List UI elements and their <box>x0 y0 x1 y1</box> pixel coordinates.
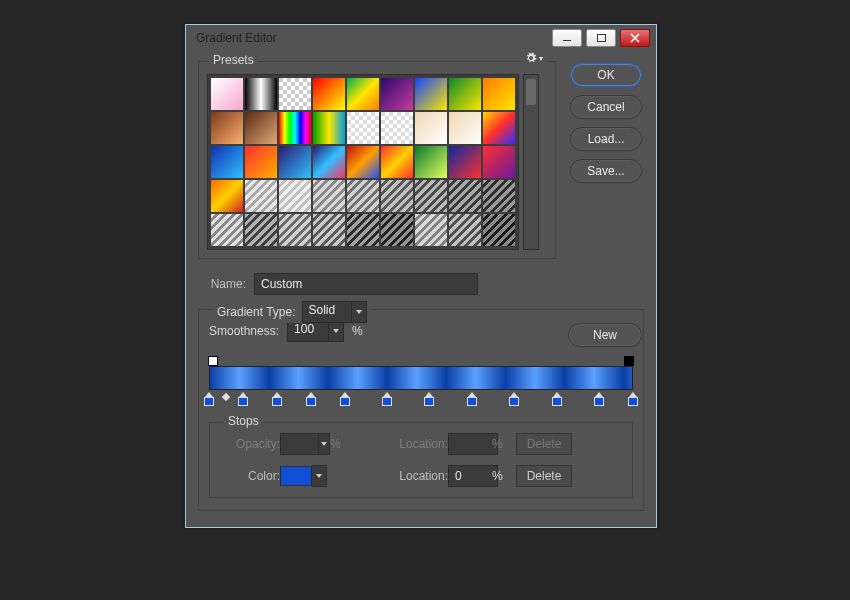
stops-label: Stops <box>224 414 263 428</box>
color-stop[interactable] <box>238 392 248 406</box>
preset-swatch[interactable] <box>279 180 311 212</box>
preset-swatch[interactable] <box>483 214 515 246</box>
close-icon <box>630 33 640 43</box>
ok-button[interactable]: OK <box>570 63 642 87</box>
dialog-title: Gradient Editor <box>196 31 552 45</box>
preset-swatch[interactable] <box>483 78 515 110</box>
chevron-down-icon <box>352 301 367 323</box>
preset-swatch[interactable] <box>313 180 345 212</box>
preset-swatch[interactable] <box>347 78 379 110</box>
load-button[interactable]: Load... <box>570 127 642 151</box>
preset-swatch[interactable] <box>313 214 345 246</box>
preset-swatch[interactable] <box>211 180 243 212</box>
smoothness-input[interactable]: 100 <box>287 320 344 342</box>
color-stop[interactable] <box>382 392 392 406</box>
preset-swatch[interactable] <box>483 180 515 212</box>
preset-swatch[interactable] <box>347 180 379 212</box>
preset-swatch[interactable] <box>381 214 413 246</box>
preset-swatch[interactable] <box>381 112 413 144</box>
preset-swatch[interactable] <box>347 214 379 246</box>
preset-swatch[interactable] <box>381 180 413 212</box>
presets-scrollbar[interactable] <box>523 74 539 250</box>
color-stop[interactable] <box>306 392 316 406</box>
preset-swatch[interactable] <box>211 214 243 246</box>
presets-grid[interactable] <box>207 74 519 250</box>
preset-swatch[interactable] <box>449 180 481 212</box>
preset-swatch[interactable] <box>381 146 413 178</box>
preset-swatch[interactable] <box>449 214 481 246</box>
preset-swatch[interactable] <box>279 112 311 144</box>
preset-swatch[interactable] <box>415 112 447 144</box>
preset-swatch[interactable] <box>483 146 515 178</box>
preset-swatch[interactable] <box>279 146 311 178</box>
preset-swatch[interactable] <box>347 146 379 178</box>
chevron-down-icon <box>329 320 344 342</box>
preset-swatch[interactable] <box>211 78 243 110</box>
presets-menu-button[interactable]: ▾ <box>521 52 547 64</box>
color-location-input[interactable] <box>448 465 498 487</box>
preset-swatch[interactable] <box>483 112 515 144</box>
color-delete-button[interactable]: Delete <box>516 465 572 487</box>
preset-swatch[interactable] <box>313 112 345 144</box>
preset-swatch[interactable] <box>415 146 447 178</box>
preset-swatch[interactable] <box>415 78 447 110</box>
color-location-label: Location: <box>388 469 448 483</box>
preset-swatch[interactable] <box>245 180 277 212</box>
preset-swatch[interactable] <box>449 146 481 178</box>
preset-swatch[interactable] <box>245 112 277 144</box>
color-swatch[interactable] <box>280 466 312 486</box>
presets-fieldset: Presets ▾ <box>198 61 556 259</box>
color-stop[interactable] <box>594 392 604 406</box>
gradient-type-select[interactable]: Solid <box>302 301 367 323</box>
preset-swatch[interactable] <box>415 180 447 212</box>
preset-swatch[interactable] <box>211 112 243 144</box>
name-input[interactable] <box>254 273 478 295</box>
op-location-label: Location: <box>388 437 448 451</box>
chevron-down-icon: ▾ <box>539 54 543 63</box>
color-stop-track[interactable] <box>209 392 633 408</box>
chevron-down-icon <box>319 433 330 455</box>
maximize-button[interactable] <box>586 29 616 47</box>
preset-swatch[interactable] <box>245 214 277 246</box>
midpoint-marker[interactable] <box>222 393 230 401</box>
color-stop[interactable] <box>272 392 282 406</box>
gear-icon <box>525 52 537 64</box>
preset-swatch[interactable] <box>245 146 277 178</box>
preset-swatch[interactable] <box>415 214 447 246</box>
cancel-button[interactable]: Cancel <box>570 95 642 119</box>
preset-swatch[interactable] <box>449 78 481 110</box>
gradient-bar[interactable] <box>209 366 633 390</box>
scrollbar-thumb[interactable] <box>526 79 536 105</box>
opacity-stop[interactable] <box>624 356 634 366</box>
gradient-editor-dialog: Gradient Editor OK Cancel Load... Save..… <box>185 24 657 528</box>
preset-swatch[interactable] <box>211 146 243 178</box>
preset-swatch[interactable] <box>381 78 413 110</box>
preset-swatch[interactable] <box>313 146 345 178</box>
color-label: Color: <box>220 469 280 483</box>
color-well[interactable] <box>280 465 330 487</box>
chevron-down-icon <box>312 465 327 487</box>
percent-label: % <box>352 324 363 338</box>
close-button[interactable] <box>620 29 650 47</box>
preset-swatch[interactable] <box>313 78 345 110</box>
color-stop[interactable] <box>509 392 519 406</box>
opacity-stop[interactable] <box>208 356 218 366</box>
preset-swatch[interactable] <box>279 78 311 110</box>
minimize-button[interactable] <box>552 29 582 47</box>
opacity-stop-track[interactable] <box>209 356 633 366</box>
opacity-delete-button: Delete <box>516 433 572 455</box>
preset-swatch[interactable] <box>449 112 481 144</box>
color-stop[interactable] <box>552 392 562 406</box>
color-stop[interactable] <box>340 392 350 406</box>
gradient-type-label: Gradient Type: <box>217 305 296 319</box>
titlebar[interactable]: Gradient Editor <box>186 25 656 51</box>
save-button[interactable]: Save... <box>570 159 642 183</box>
preset-swatch[interactable] <box>279 214 311 246</box>
opacity-label: Opacity: <box>220 437 280 451</box>
color-stop[interactable] <box>628 392 638 406</box>
preset-swatch[interactable] <box>347 112 379 144</box>
color-stop[interactable] <box>467 392 477 406</box>
color-stop[interactable] <box>204 392 214 406</box>
color-stop[interactable] <box>424 392 434 406</box>
preset-swatch[interactable] <box>245 78 277 110</box>
